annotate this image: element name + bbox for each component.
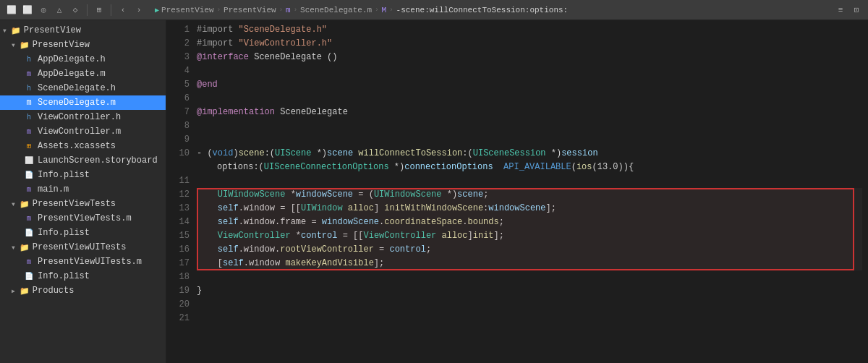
folder-icon-products: 📁: [20, 286, 30, 296]
h-file-icon: h: [23, 54, 35, 65]
sidebar-label-appdelegate-m: AppDelegate.m: [38, 69, 106, 79]
sidebar-label-scenedelegate-h: SceneDelegate.h: [38, 83, 116, 93]
sidebar-label-assets: Assets.xcassets: [38, 141, 116, 151]
code-editor[interactable]: 1 2 3 4 5 6 7 8 9 10 11 12 13 14 15 16 1…: [166, 20, 868, 363]
code-line-16: self.window.rootViewController = control…: [197, 243, 862, 257]
breadcrumb-arrow-5: ›: [389, 7, 393, 14]
code-line-5: @end: [197, 78, 862, 92]
folder-icon: 📁: [11, 26, 21, 35]
sidebar-item-info-plist[interactable]: 📄 Info.plist: [0, 168, 166, 182]
triangle-icon: ▼: [3, 27, 7, 34]
sidebar-label-tests-info-plist: Info.plist: [38, 228, 90, 238]
breadcrumb-arrow-1: ›: [217, 7, 221, 14]
code-line-1: #import "SceneDelegate.h": [197, 23, 862, 37]
sidebar-label-uitests: PresentViewUITests: [33, 242, 127, 252]
sidebar-label-viewcontroller-h: ViewController.h: [38, 112, 121, 122]
sidebar-label-presentview: PresentView: [33, 40, 90, 50]
toolbar-right: ≡ ⊡: [835, 4, 862, 16]
nav-icon-5[interactable]: ◇: [69, 4, 81, 16]
sidebar-item-scenedelegate-m[interactable]: m SceneDelegate.m: [0, 95, 166, 110]
sidebar-item-uitests-info-plist[interactable]: 📄 Info.plist: [0, 269, 166, 283]
code-line-8: [197, 119, 862, 133]
breadcrumb-m[interactable]: m: [286, 6, 291, 14]
h-file-icon2: h: [23, 82, 35, 94]
code-line-2: #import "ViewController.h": [197, 37, 862, 51]
toolbar: ⬜ ⬜ ◎ △ ◇ ⊞ ‹ › ▶ PresentView › PresentV…: [0, 0, 868, 20]
sidebar-item-appdelegate-m[interactable]: m AppDelegate.m: [0, 67, 166, 81]
uitests-plist-icon: 📄: [23, 270, 35, 282]
breadcrumb-presentview[interactable]: ▶ PresentView: [155, 6, 214, 14]
code-line-9: [197, 133, 862, 147]
code-line-20: [197, 298, 862, 312]
breadcrumb-arrow-4: ›: [375, 7, 378, 14]
folder-icon-tests: 📁: [20, 200, 30, 209]
sidebar-group-presentview-root[interactable]: ▼ 📁 PresentView: [0, 23, 166, 38]
menu-icon[interactable]: ≡: [835, 4, 846, 16]
code-line-4: [197, 64, 862, 78]
split-icon[interactable]: ⊡: [851, 4, 862, 16]
grid-icon[interactable]: ⊞: [93, 4, 105, 16]
code-line-15: ViewController *control = [[ViewControll…: [197, 229, 862, 243]
sidebar-item-tests-info-plist[interactable]: 📄 Info.plist: [0, 226, 166, 240]
code-line-17: [self.window makeKeyAndVisible];: [197, 257, 862, 270]
code-content: #import "SceneDelegate.h" #import "ViewC…: [197, 23, 868, 363]
main-m-icon: m: [23, 184, 35, 195]
sidebar-label-viewcontroller-m: ViewController.m: [38, 127, 121, 137]
code-line-21: [197, 312, 862, 325]
triangle-icon-uitests: ▼: [12, 244, 15, 251]
toolbar-separator-1: [87, 4, 88, 16]
triangle-icon-products: ▶: [12, 288, 15, 294]
tests-plist-icon: 📄: [23, 227, 35, 239]
code-line-6: [197, 92, 862, 106]
nav-icon-2[interactable]: ⬜: [22, 4, 33, 16]
sidebar-item-appdelegate-h[interactable]: h AppDelegate.h: [0, 52, 166, 67]
next-icon[interactable]: ›: [133, 4, 145, 16]
code-line-14: self.window.frame = windowScene.coordina…: [197, 215, 862, 229]
sidebar-item-viewcontroller-h[interactable]: h ViewController.h: [0, 110, 166, 124]
folder-icon-uitests: 📁: [20, 243, 30, 252]
sidebar-label-products: Products: [33, 286, 75, 296]
sidebar-item-presentviewtests-m[interactable]: m PresentViewTests.m: [0, 211, 166, 226]
sidebar-group-tests[interactable]: ▼ 📁 PresentViewTests: [0, 197, 166, 211]
breadcrumb-M[interactable]: M: [382, 6, 387, 14]
sidebar-item-scenedelegate-h[interactable]: h SceneDelegate.h: [0, 81, 166, 95]
nav-icon-4[interactable]: △: [54, 4, 65, 16]
tests-m-icon: m: [23, 213, 35, 224]
sidebar-label-tests: PresentViewTests: [33, 199, 116, 209]
sidebar-label-presentviewtests-m: PresentViewTests.m: [38, 213, 132, 223]
breadcrumb-method[interactable]: -scene:willConnectToSession:options:: [396, 6, 569, 14]
code-line-10b: options:(UISceneConnectionOptions *)conn…: [197, 161, 862, 174]
sidebar-label-main-m: main.m: [38, 184, 69, 195]
triangle-icon-tests: ▼: [12, 201, 15, 208]
code-line-3: @interface SceneDelegate (): [197, 51, 862, 64]
main-area: ▼ 📁 PresentView ▼ 📁 PresentView h AppDel…: [0, 20, 868, 363]
breadcrumb-arrow-2: ›: [279, 7, 283, 14]
sidebar-item-main-m[interactable]: m main.m: [0, 182, 166, 197]
sidebar-item-uitests-m[interactable]: m PresentViewUITests.m: [0, 255, 166, 269]
sidebar-group-presentview[interactable]: ▼ 📁 PresentView: [0, 38, 166, 52]
toolbar-separator-2: [111, 4, 111, 16]
nav-icon-1[interactable]: ⬜: [6, 4, 17, 16]
code-line-11: [197, 174, 862, 188]
sidebar-label-uitests-m: PresentViewUITests.m: [38, 257, 142, 267]
prev-icon[interactable]: ‹: [117, 4, 129, 16]
sidebar-group-products[interactable]: ▶ 📁 Products: [0, 283, 166, 298]
breadcrumb-scenedelegate[interactable]: SceneDelegate.m: [300, 6, 372, 14]
sidebar-item-assets[interactable]: ⊞ Assets.xcassets: [0, 139, 166, 153]
sidebar-label-uitests-info-plist: Info.plist: [38, 271, 90, 281]
sidebar-item-launchscreen[interactable]: ⬜ LaunchScreen.storyboard: [0, 153, 166, 168]
storyboard-icon: ⬜: [23, 155, 35, 166]
sidebar: ▼ 📁 PresentView ▼ 📁 PresentView h AppDel…: [0, 20, 166, 363]
line-numbers: 1 2 3 4 5 6 7 8 9 10 11 12 13 14 15 16 1…: [166, 23, 197, 363]
assets-icon: ⊞: [23, 140, 35, 152]
sidebar-item-viewcontroller-m[interactable]: m ViewController.m: [0, 124, 166, 139]
code-line-7: @implementation SceneDelegate: [197, 106, 862, 119]
sidebar-label-info-plist: Info.plist: [38, 170, 90, 180]
sidebar-group-uitests[interactable]: ▼ 📁 PresentViewUITests: [0, 240, 166, 255]
code-line-13: self.window = [[UIWindow alloc] initWith…: [197, 202, 862, 215]
nav-icon-3[interactable]: ◎: [38, 4, 49, 16]
breadcrumb-presentview2[interactable]: PresentView: [224, 6, 276, 14]
breadcrumb: ▶ PresentView › PresentView › m › SceneD…: [155, 6, 830, 14]
m-file-icon2: m: [23, 97, 35, 108]
sidebar-label-presentview-root: PresentView: [24, 25, 81, 35]
